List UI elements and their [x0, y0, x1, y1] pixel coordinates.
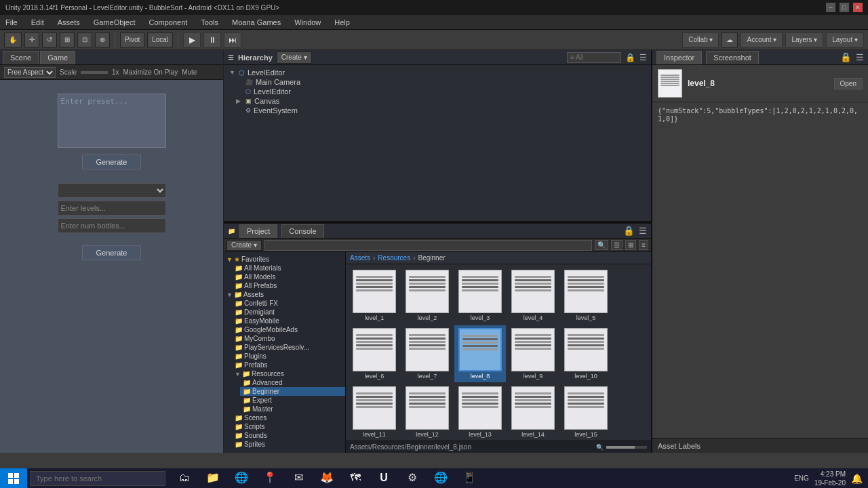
search-button[interactable]: 🔍: [595, 240, 608, 250]
taskbar-app-android[interactable]: 📱: [456, 468, 483, 489]
generate-button-1[interactable]: Generate: [82, 155, 142, 169]
preset-input[interactable]: [58, 94, 166, 148]
tree-sounds[interactable]: 📁 Sounds: [232, 431, 345, 440]
pivot-button[interactable]: Pivot: [120, 33, 144, 47]
hierarchy-item-leveleditor-root[interactable]: ▼ ⬡ LevelEditor: [226, 68, 648, 77]
hierarchy-item-eventsystem[interactable]: ⚙ EventSystem: [233, 106, 648, 115]
tab-inspector[interactable]: Inspector: [656, 51, 702, 64]
project-create-button[interactable]: Create ▾: [226, 240, 262, 251]
tree-confettifx[interactable]: 📁 Confetti FX: [232, 299, 345, 308]
asset-item-level_8[interactable]: level_8: [454, 325, 506, 382]
levels-input[interactable]: [58, 201, 166, 216]
layers-button[interactable]: Layers ▾: [785, 33, 823, 47]
asset-item-level_12[interactable]: level_12: [401, 384, 453, 441]
menu-file[interactable]: File: [3, 17, 20, 28]
list-view-button[interactable]: ≡: [639, 240, 648, 250]
maximize-button[interactable]: □: [840, 3, 849, 12]
rotate-tool[interactable]: ↺: [42, 33, 57, 47]
hierarchy-menu-button[interactable]: ☰: [639, 53, 647, 62]
tab-project[interactable]: Project: [239, 224, 277, 238]
tree-scenes[interactable]: 📁 Scenes: [232, 413, 345, 422]
tree-all-materials[interactable]: 📁 All Materials: [232, 264, 345, 272]
taskbar-app-folder[interactable]: 📁: [199, 468, 226, 489]
scale-slider[interactable]: [81, 71, 108, 74]
taskbar-app-firefox[interactable]: 🦊: [313, 468, 340, 489]
tree-sprites[interactable]: 📁 Sprites: [232, 440, 345, 449]
tree-prefabs[interactable]: 📁 Prefabs: [232, 361, 345, 369]
open-button[interactable]: Open: [834, 78, 863, 89]
tree-master[interactable]: 📁 Master: [240, 405, 345, 413]
asset-item-level_10[interactable]: level_10: [560, 325, 612, 382]
tree-easymobile[interactable]: 📁 EasyMobile: [232, 317, 345, 325]
tree-expert[interactable]: 📁 Expert: [240, 396, 345, 405]
asset-item-level_4[interactable]: level_4: [507, 267, 559, 324]
asset-item-level_2[interactable]: level_2: [401, 267, 453, 324]
tree-mycombo[interactable]: 📁 MyCombo: [232, 334, 345, 343]
taskbar-app-chrome[interactable]: 🌐: [427, 468, 454, 489]
hierarchy-create-button[interactable]: Create ▾: [277, 52, 312, 64]
asset-item-level_14[interactable]: level_14: [507, 384, 559, 441]
inspector-lock-button[interactable]: 🔒: [840, 52, 852, 62]
taskbar-search-input[interactable]: [30, 471, 165, 486]
mute-label[interactable]: Mute: [182, 68, 197, 76]
tree-scripts[interactable]: 📁 Scripts: [232, 422, 345, 431]
collab-button[interactable]: Collab ▾: [682, 33, 719, 47]
tab-scene[interactable]: Scene: [3, 51, 39, 64]
transform-tool[interactable]: ⊕: [95, 33, 110, 47]
menu-help[interactable]: Help: [332, 17, 353, 28]
menu-assets[interactable]: Assets: [55, 17, 83, 28]
move-tool[interactable]: ✛: [24, 33, 39, 47]
minimize-button[interactable]: –: [826, 3, 835, 12]
pause-button[interactable]: ⏸: [203, 33, 221, 47]
tree-playservices[interactable]: 📁 PlayServicesResolv...: [232, 343, 345, 352]
project-menu-button[interactable]: ☰: [639, 226, 647, 236]
local-button[interactable]: Local: [147, 33, 173, 47]
bc-resources[interactable]: Resources: [378, 254, 410, 262]
cloud-button[interactable]: ☁: [722, 33, 738, 47]
menu-gameobject[interactable]: GameObject: [91, 17, 138, 28]
taskbar-app-email[interactable]: ✉: [285, 468, 312, 489]
hierarchy-item-leveleditor[interactable]: ⬡ LevelEditor: [233, 87, 648, 96]
taskbar-app-settings[interactable]: ⚙: [399, 468, 426, 489]
bottles-input[interactable]: [58, 218, 166, 233]
step-button[interactable]: ⏭: [224, 33, 241, 47]
grid-view-button[interactable]: ⊞: [625, 240, 636, 250]
taskbar-app-unity[interactable]: U: [370, 468, 397, 489]
taskbar-app-browser1[interactable]: 🌐: [228, 468, 255, 489]
tree-beginner[interactable]: 📁 Beginner: [240, 387, 345, 396]
asset-item-level_13[interactable]: level_13: [454, 384, 506, 441]
taskbar-app-location[interactable]: 📍: [256, 468, 283, 489]
asset-item-level_9[interactable]: level_9: [507, 325, 559, 382]
level-type-select[interactable]: [58, 183, 166, 198]
scale-tool[interactable]: ⊞: [60, 33, 75, 47]
layout-button[interactable]: Layout ▾: [826, 33, 864, 47]
tab-console[interactable]: Console: [281, 224, 323, 238]
tab-screenshot[interactable]: Screenshot: [706, 51, 759, 64]
aspect-select[interactable]: Free Aspect: [4, 67, 56, 78]
tree-assets[interactable]: ▼ 📁 Assets: [224, 290, 345, 299]
account-button[interactable]: Account ▾: [741, 33, 783, 47]
asset-item-level_15[interactable]: level_15: [560, 384, 612, 441]
tab-game[interactable]: Game: [40, 51, 75, 64]
hierarchy-item-canvas[interactable]: ▶ ▣ Canvas: [233, 96, 648, 106]
generate-button-2[interactable]: Generate: [82, 245, 142, 260]
bc-assets[interactable]: Assets: [350, 254, 370, 262]
asset-item-level_3[interactable]: level_3: [454, 267, 506, 324]
asset-item-level_1[interactable]: level_1: [349, 267, 400, 324]
hierarchy-search-input[interactable]: [567, 52, 621, 63]
asset-item-level_6[interactable]: level_6: [349, 325, 400, 382]
menu-component[interactable]: Component: [146, 17, 190, 28]
tree-googlemobileads[interactable]: 📁 GoogleMobileAds: [232, 325, 345, 334]
maximize-label[interactable]: Maximize On Play: [123, 68, 178, 76]
tree-demigiant[interactable]: 📁 Demigiant: [232, 308, 345, 317]
rect-tool[interactable]: ⊡: [77, 33, 92, 47]
tree-all-prefabs[interactable]: 📁 All Prefabs: [232, 281, 345, 290]
hand-tool[interactable]: ✋: [4, 33, 22, 47]
start-button[interactable]: [0, 468, 27, 489]
menu-window[interactable]: Window: [292, 17, 323, 28]
menu-tools[interactable]: Tools: [198, 17, 221, 28]
tree-resources[interactable]: ▼ 📁 Resources: [232, 369, 345, 378]
tree-plugins[interactable]: 📁 Plugins: [232, 352, 345, 361]
asset-item-level_7[interactable]: level_7: [401, 325, 453, 382]
tree-advanced[interactable]: 📁 Advanced: [240, 378, 345, 387]
